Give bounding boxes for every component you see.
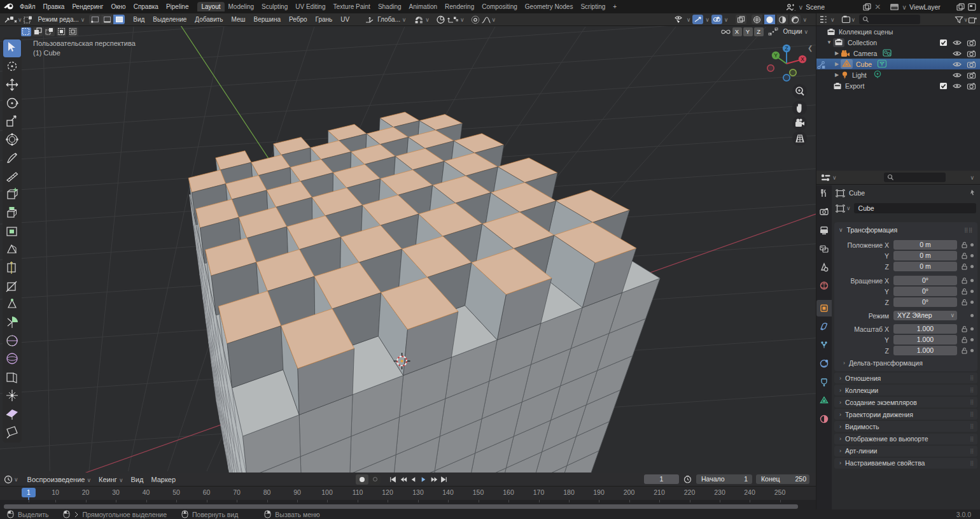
svg-text:Z: Z — [785, 45, 788, 52]
svg-text:X: X — [801, 56, 804, 62]
svg-text:Y: Y — [774, 52, 778, 59]
